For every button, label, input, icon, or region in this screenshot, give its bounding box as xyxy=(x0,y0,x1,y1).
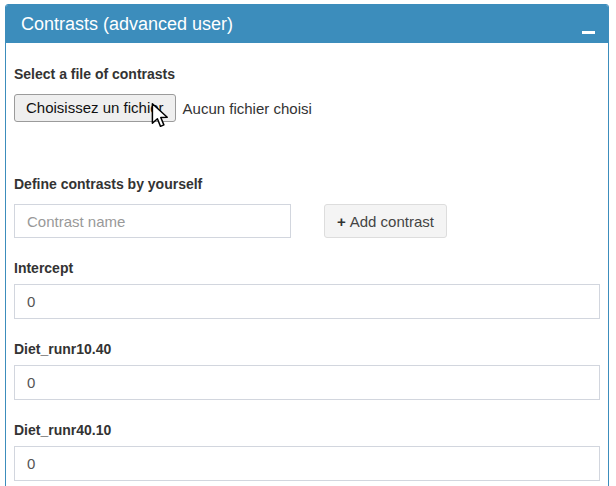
contrast-field-diet-runr10-40: Diet_runr10.40 xyxy=(14,341,600,400)
define-contrasts-group: Define contrasts by yourself + Add contr… xyxy=(14,176,600,238)
add-contrast-label: Add contrast xyxy=(350,213,434,230)
panel-header[interactable]: Contrasts (advanced user) xyxy=(6,5,608,43)
contrasts-panel: Contrasts (advanced user) Select a file … xyxy=(5,4,609,486)
contrast-field-diet-runr40-10: Diet_runr40.10 xyxy=(14,422,600,481)
contrast-name-input[interactable] xyxy=(14,204,291,238)
field-label: Intercept xyxy=(14,260,600,276)
intercept-value-input[interactable] xyxy=(14,284,600,319)
file-input-control[interactable]: Choisissez un fichier Aucun fichier choi… xyxy=(14,94,600,122)
field-label: Diet_runr10.40 xyxy=(14,341,600,357)
panel-body: Select a file of contrasts Choisissez un… xyxy=(6,43,608,486)
field-label: Diet_runr40.10 xyxy=(14,422,600,438)
file-input-label: Select a file of contrasts xyxy=(14,66,600,82)
contrast-field-intercept: Intercept xyxy=(14,260,600,319)
add-contrast-button[interactable]: + Add contrast xyxy=(324,204,447,238)
panel-title: Contrasts (advanced user) xyxy=(21,14,233,34)
file-input-group: Select a file of contrasts Choisissez un… xyxy=(14,66,600,122)
collapse-button[interactable] xyxy=(576,5,600,43)
plus-icon: + xyxy=(337,213,346,230)
choose-file-button[interactable]: Choisissez un fichier xyxy=(14,94,176,122)
define-contrasts-label: Define contrasts by yourself xyxy=(14,176,600,192)
diet-runr10-40-value-input[interactable] xyxy=(14,365,600,400)
file-status-text: Aucun fichier choisi xyxy=(183,100,312,117)
diet-runr40-10-value-input[interactable] xyxy=(14,446,600,481)
minus-icon xyxy=(582,31,595,34)
